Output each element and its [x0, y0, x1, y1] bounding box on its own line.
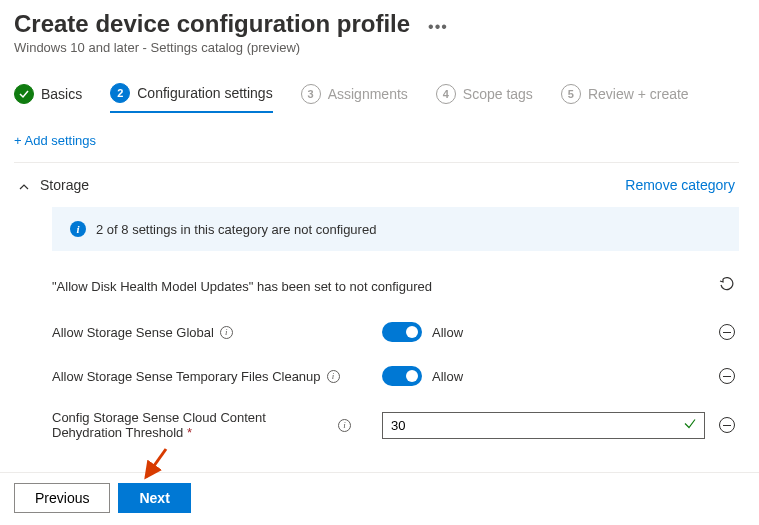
setting-label: Allow Storage Sense Temporary Files Clea…	[52, 369, 321, 384]
page-subtitle: Windows 10 and later - Settings catalog …	[14, 40, 739, 55]
toggle-allow-temp[interactable]	[382, 366, 422, 386]
setting-row-allow-temp: Allow Storage Sense Temporary Files Clea…	[52, 354, 739, 398]
step-number: 4	[436, 84, 456, 104]
setting-row-dehydration: Config Storage Sense Cloud Content Dehyd…	[52, 398, 739, 452]
step-basics[interactable]: Basics	[14, 84, 82, 112]
step-label: Assignments	[328, 86, 408, 102]
previous-button[interactable]: Previous	[14, 483, 110, 513]
more-icon[interactable]: •••	[428, 18, 448, 36]
step-label: Review + create	[588, 86, 689, 102]
setting-label: Allow Storage Sense Global	[52, 325, 214, 340]
setting-label: Config Storage Sense Cloud Content Dehyd…	[52, 410, 332, 440]
step-scope-tags[interactable]: 4 Scope tags	[436, 84, 533, 112]
toggle-value: Allow	[432, 369, 463, 384]
remove-setting-icon[interactable]	[719, 417, 735, 433]
info-text: 2 of 8 settings in this category are not…	[96, 222, 376, 237]
remove-category-link[interactable]: Remove category	[625, 177, 735, 193]
setting-row-allow-global: Allow Storage Sense Global i Allow	[52, 310, 739, 354]
help-icon[interactable]: i	[338, 419, 351, 432]
dehydration-threshold-input[interactable]	[382, 412, 705, 439]
required-indicator: *	[187, 425, 192, 440]
check-icon	[14, 84, 34, 104]
chevron-up-icon[interactable]	[18, 178, 30, 193]
step-configuration-settings[interactable]: 2 Configuration settings	[110, 83, 272, 113]
footer: Previous Next	[0, 472, 759, 523]
step-assignments[interactable]: 3 Assignments	[301, 84, 408, 112]
next-button[interactable]: Next	[118, 483, 190, 513]
wizard-stepper: Basics 2 Configuration settings 3 Assign…	[14, 83, 739, 113]
add-settings-link[interactable]: + Add settings	[14, 133, 96, 148]
step-number: 3	[301, 84, 321, 104]
remove-setting-icon[interactable]	[719, 324, 735, 340]
valid-check-icon	[683, 417, 697, 434]
step-number: 2	[110, 83, 130, 103]
setting-row-not-configured: "Allow Disk Health Model Updates" has be…	[52, 259, 739, 310]
step-label: Scope tags	[463, 86, 533, 102]
page-title: Create device configuration profile	[14, 10, 410, 38]
help-icon[interactable]: i	[220, 326, 233, 339]
step-label: Configuration settings	[137, 85, 272, 101]
remove-setting-icon[interactable]	[719, 368, 735, 384]
step-label: Basics	[41, 86, 82, 102]
step-review-create[interactable]: 5 Review + create	[561, 84, 689, 112]
toggle-value: Allow	[432, 325, 463, 340]
help-icon[interactable]: i	[327, 370, 340, 383]
not-configured-text: "Allow Disk Health Model Updates" has be…	[52, 279, 719, 294]
section-header: Storage Remove category	[14, 163, 739, 207]
step-number: 5	[561, 84, 581, 104]
info-icon: i	[70, 221, 86, 237]
section-title: Storage	[40, 177, 89, 193]
undo-icon[interactable]	[719, 281, 735, 296]
toggle-allow-global[interactable]	[382, 322, 422, 342]
info-banner: i 2 of 8 settings in this category are n…	[52, 207, 739, 251]
